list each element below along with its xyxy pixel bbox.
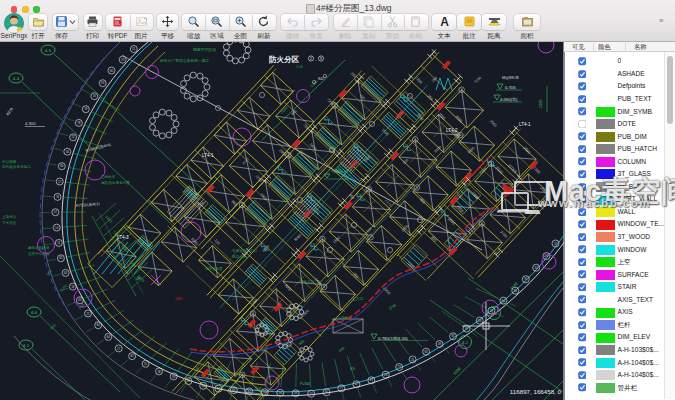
svg-text:21: 21	[57, 241, 61, 245]
svg-text:防火分区: 防火分区	[269, 55, 300, 64]
svg-text:97: 97	[465, 327, 469, 331]
svg-text:主入口: 主入口	[352, 296, 364, 301]
svg-text:25: 25	[144, 362, 148, 366]
svg-text:21: 21	[86, 312, 90, 316]
svg-text:单元入口: 单元入口	[300, 279, 314, 284]
svg-text:A: A	[440, 15, 449, 28]
svg-text:80: 80	[97, 323, 101, 327]
svg-text:19: 19	[84, 107, 88, 111]
svg-text:M住M标高: M住M标高	[502, 75, 519, 80]
svg-text:37: 37	[54, 210, 58, 214]
svg-text:4-1: 4-1	[491, 311, 498, 316]
svg-text:91: 91	[524, 277, 528, 281]
svg-text:64: 64	[107, 335, 111, 339]
svg-text:17: 17	[58, 180, 62, 184]
svg-text:17: 17	[117, 347, 121, 351]
svg-text:上游亭台: 上游亭台	[2, 214, 17, 219]
svg-text:25: 25	[411, 358, 415, 362]
svg-text:60: 60	[263, 390, 267, 394]
svg-text:60: 60	[110, 69, 114, 73]
svg-text:82: 82	[130, 354, 134, 358]
svg-text:33: 33	[478, 319, 482, 323]
svg-text:4-4: 4-4	[13, 76, 20, 81]
svg-text:63: 63	[64, 271, 68, 275]
svg-text:22: 22	[71, 135, 75, 139]
svg-text:27: 27	[340, 386, 344, 390]
svg-text:38: 38	[294, 391, 298, 395]
svg-text:34: 34	[535, 266, 539, 270]
svg-text:51: 51	[132, 47, 136, 51]
svg-text:29: 29	[121, 58, 125, 62]
svg-text:0.705: 0.705	[505, 85, 516, 90]
svg-text:28: 28	[384, 373, 388, 377]
svg-text:LT4-2: LT4-2	[446, 128, 458, 133]
svg-text:16: 16	[279, 391, 283, 395]
svg-text:坡道: 坡道	[254, 387, 262, 391]
svg-text:由电分厂军联合采购统一施工: 由电分厂军联合采购统一施工	[160, 58, 210, 63]
svg-text:下水管道: 下水管道	[2, 220, 17, 225]
svg-text:49: 49	[438, 342, 442, 346]
svg-text:4.460: 4.460	[331, 168, 343, 173]
svg-text:81: 81	[325, 390, 329, 394]
svg-text:79: 79	[398, 365, 402, 369]
svg-text:绿化: 绿化	[296, 64, 304, 69]
svg-text:81: 81	[451, 334, 455, 338]
svg-text:116897, 166458, 0: 116897, 166458, 0	[510, 388, 562, 395]
svg-text:消防登高面: 消防登高面	[205, 266, 223, 271]
svg-text:6%: 6%	[350, 367, 355, 371]
svg-text:15: 15	[310, 392, 314, 396]
svg-text:4.050(北): 4.050(北)	[500, 97, 518, 102]
svg-text:38: 38	[157, 370, 161, 374]
svg-text:2: 2	[310, 57, 312, 61]
svg-text:LT4-1: LT4-1	[202, 153, 214, 158]
svg-text:56: 56	[66, 150, 70, 154]
svg-text:P=300: P=300	[300, 382, 310, 386]
svg-text:消防: 消防	[175, 296, 183, 301]
svg-text:4-1: 4-1	[462, 340, 469, 345]
svg-text:22: 22	[554, 242, 558, 246]
svg-text:分割锁条: 分割锁条	[2, 159, 17, 164]
svg-text:车库坡道出入口: 车库坡道出入口	[232, 248, 257, 253]
svg-text:14: 14	[55, 226, 59, 230]
svg-text:93: 93	[101, 81, 105, 85]
svg-text:隔离禁停区域: 隔离禁停区域	[193, 47, 216, 52]
svg-text:16: 16	[93, 94, 97, 98]
svg-text:划分组合单元施工: 划分组合单元施工	[1, 164, 31, 169]
svg-text:4-5: 4-5	[45, 48, 52, 53]
svg-text:78: 78	[77, 121, 81, 125]
svg-text:2300: 2300	[539, 100, 543, 108]
svg-text:9: 9	[320, 57, 322, 61]
svg-text:危险品仓库走对面: 危险品仓库走对面	[101, 180, 130, 185]
svg-text:47: 47	[355, 382, 359, 386]
svg-text:63: 63	[370, 378, 374, 382]
svg-text:40: 40	[78, 298, 82, 302]
svg-text:LT4-3: LT4-3	[117, 235, 129, 240]
svg-text:83: 83	[514, 289, 518, 293]
svg-text:84: 84	[60, 164, 64, 168]
svg-text:4.300: 4.300	[25, 121, 36, 126]
svg-text:90: 90	[172, 375, 176, 379]
svg-text:4-1: 4-1	[23, 343, 30, 348]
svg-text:4-6: 4-6	[31, 310, 38, 315]
svg-text:74: 74	[56, 195, 60, 199]
svg-text:LT4-1: LT4-1	[519, 122, 531, 127]
svg-text:83: 83	[424, 350, 428, 354]
svg-text:18: 18	[71, 285, 75, 289]
svg-text:4F: 4F	[136, 276, 141, 281]
svg-text:65: 65	[59, 256, 63, 260]
svg-text:842: 842	[318, 77, 324, 81]
svg-text:双向行驶: 双向行驶	[232, 254, 247, 259]
